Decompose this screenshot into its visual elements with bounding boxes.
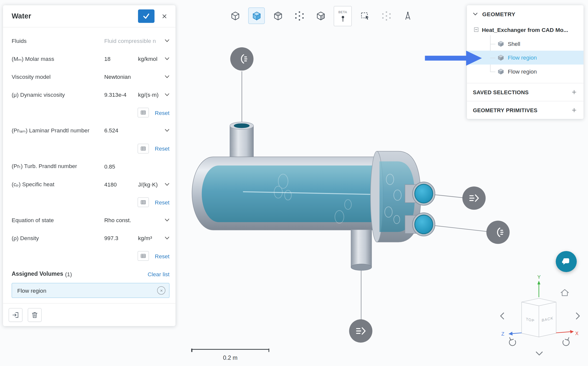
- flow-inlet-icon: [235, 53, 248, 65]
- reset-link[interactable]: Reset: [155, 109, 169, 116]
- rotate-left-button[interactable]: [501, 313, 504, 319]
- fluids-select[interactable]: Fluid compressible n: [104, 38, 169, 44]
- density-input[interactable]: 997.3: [104, 235, 118, 241]
- equation-of-state-select[interactable]: Rho const.: [104, 217, 169, 223]
- density-reset-row: Reset: [12, 247, 170, 265]
- plus-icon: [572, 107, 577, 113]
- tree-item-label: Shell: [508, 41, 520, 47]
- table-icon: [140, 145, 146, 152]
- assigned-volume-item[interactable]: Flow region: [12, 283, 170, 298]
- z-axis: [512, 333, 521, 334]
- field-label: (ρ) Density: [12, 235, 104, 241]
- reset-link[interactable]: Reset: [155, 199, 169, 206]
- flow-badge-outlet-right[interactable]: [462, 186, 486, 210]
- pattern-view-button[interactable]: [378, 7, 394, 24]
- tree-item-flow-region[interactable]: Flow region: [467, 65, 584, 79]
- table-input-button[interactable]: [138, 251, 149, 261]
- vertices-view-button[interactable]: [291, 7, 307, 24]
- clear-list-link[interactable]: Clear list: [147, 271, 169, 277]
- rotate-down-button[interactable]: [536, 352, 542, 355]
- chevron-down-icon: [165, 129, 170, 132]
- laminar-prandtl-select[interactable]: 6.524: [104, 127, 169, 134]
- outlet-port-lower[interactable]: [413, 213, 435, 236]
- x-axis-label: X: [575, 331, 579, 336]
- assign-selection-button[interactable]: [9, 308, 23, 322]
- geometry-title: GEOMETRY: [482, 11, 515, 17]
- field-label: (μ) Dynamic viscosity: [12, 92, 104, 98]
- reset-link[interactable]: Reset: [155, 253, 169, 259]
- flow-badge-outlet-bottom[interactable]: [349, 319, 372, 343]
- density-unit-select[interactable]: kg/m³: [138, 235, 169, 241]
- tree-children: Shell Flow region Flow region: [467, 37, 584, 78]
- assigned-volumes-count: (1): [65, 271, 72, 277]
- turb-prandtl-input[interactable]: 0.85: [104, 163, 115, 170]
- viscosity-model-select[interactable]: Newtonian: [104, 74, 169, 80]
- specific-heat-input[interactable]: 4180: [104, 181, 117, 188]
- saved-selections-header[interactable]: SAVED SELECTIONS: [467, 83, 584, 101]
- home-view-button[interactable]: [561, 289, 569, 296]
- assign-icon: [12, 311, 20, 319]
- delete-button[interactable]: [28, 308, 42, 322]
- cube-icon: [498, 68, 504, 75]
- add-saved-selection-button[interactable]: [569, 87, 579, 97]
- tree-item-label: Flow region: [508, 54, 537, 61]
- tree-item-flow-region-selected[interactable]: Flow region: [467, 51, 584, 65]
- solid-cube-icon: [251, 11, 262, 21]
- transparent-view-button[interactable]: [270, 7, 286, 24]
- rotate-right-button[interactable]: [576, 313, 579, 319]
- laminar-prandtl-reset-row: Reset: [12, 140, 170, 158]
- specific-heat-reset-row: Reset: [12, 193, 170, 211]
- surface-view-button[interactable]: [312, 7, 329, 24]
- unit-value: J/(kg·K): [138, 181, 158, 188]
- field-viscosity-model: Viscosity model Newtonian: [12, 68, 170, 86]
- geometry-primitives-header[interactable]: GEOMETRY PRIMITIVES: [467, 101, 584, 119]
- reset-link[interactable]: Reset: [155, 145, 169, 152]
- flow-inlet-icon: [492, 226, 504, 239]
- chat-bubble-icon: [561, 256, 572, 267]
- roll-cw-button[interactable]: [563, 338, 569, 346]
- geometry-section-header[interactable]: GEOMETRY: [467, 5, 584, 22]
- tree-item-shell[interactable]: Shell: [467, 37, 584, 51]
- close-icon: [159, 289, 163, 292]
- remove-assignment-button[interactable]: [157, 286, 165, 295]
- geometry-panel: GEOMETRY Heat_Exchanger from CAD Mo... S…: [467, 5, 584, 119]
- close-panel-button[interactable]: [157, 9, 171, 23]
- add-geometry-primitive-button[interactable]: [569, 105, 579, 115]
- tree-root-heat-exchanger[interactable]: Heat_Exchanger from CAD Mo...: [467, 22, 584, 37]
- chat-help-button[interactable]: [556, 251, 577, 272]
- molar-mass-input[interactable]: 18: [104, 56, 110, 62]
- flow-badge-inlet-top[interactable]: [230, 47, 253, 71]
- x-axis: [556, 332, 570, 333]
- outlet-port-upper[interactable]: [413, 182, 435, 205]
- nav-cube[interactable]: Y TOP BACK X Z: [497, 273, 583, 360]
- probe-point-button[interactable]: BETA: [334, 6, 352, 26]
- geometry-tree: Heat_Exchanger from CAD Mo... Shell Flow…: [467, 22, 584, 83]
- dynamic-viscosity-input[interactable]: 9.313e-4: [104, 92, 126, 98]
- molar-mass-unit-select[interactable]: kg/kmol: [138, 56, 169, 62]
- collapse-toggle-icon[interactable]: [474, 27, 478, 32]
- outlet-nozzle-bottom[interactable]: [351, 230, 372, 270]
- field-dynamic-viscosity: (μ) Dynamic viscosity 9.313e-4 kg/(s·m): [12, 86, 170, 104]
- panel-body: Fluids Fluid compressible n (Mₘ) Molar m…: [3, 27, 175, 303]
- table-input-button[interactable]: [138, 144, 149, 153]
- measure-button[interactable]: [399, 7, 416, 24]
- table-input-button[interactable]: [138, 108, 149, 117]
- viscosity-model-value: Newtonian: [104, 74, 131, 80]
- tree-item-label: Flow region: [508, 68, 537, 75]
- solid-view-button[interactable]: [248, 7, 265, 24]
- material-settings-panel: Water Fluids Fluid compressible n (Mₘ) M…: [3, 5, 175, 326]
- apply-button[interactable]: [138, 9, 154, 23]
- field-equation-of-state: Equation of state Rho const.: [12, 211, 170, 229]
- dynamic-viscosity-unit-select[interactable]: kg/(s·m): [138, 92, 169, 98]
- flow-badge-inlet-right[interactable]: [486, 221, 510, 244]
- assigned-volumes-label: Assigned Volumes: [12, 271, 63, 277]
- equation-of-state-value: Rho const.: [104, 217, 131, 223]
- specific-heat-unit-select[interactable]: J/(kg·K): [138, 181, 169, 188]
- table-input-button[interactable]: [138, 197, 149, 207]
- roll-ccw-button[interactable]: [509, 338, 516, 346]
- head-end[interactable]: [370, 151, 435, 242]
- chevron-down-icon: [165, 236, 170, 240]
- flow-outlet-icon: [354, 325, 367, 337]
- isometric-view-button[interactable]: [227, 7, 243, 24]
- box-select-button[interactable]: [357, 7, 373, 24]
